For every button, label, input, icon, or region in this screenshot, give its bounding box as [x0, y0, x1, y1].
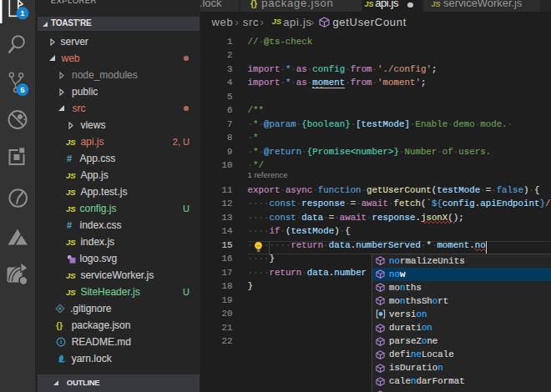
svg-text:1: 1: [20, 8, 25, 18]
svg-text:5: 5: [20, 85, 25, 94]
